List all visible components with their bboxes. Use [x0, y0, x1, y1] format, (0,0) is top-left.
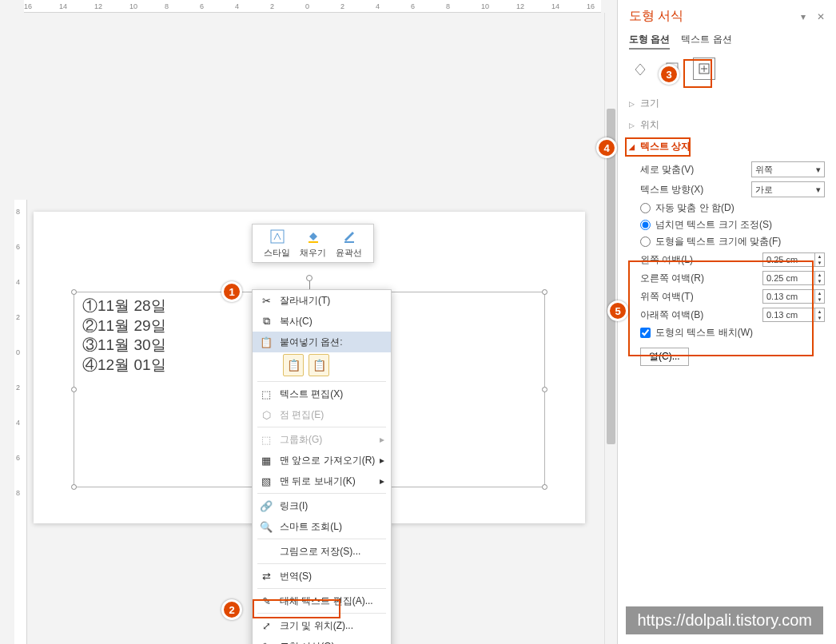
- label-textdir: 텍스트 방향(X): [640, 183, 703, 197]
- columns-button[interactable]: 열(C)...: [640, 348, 689, 366]
- copy-icon: ⧉: [259, 314, 273, 328]
- resize-handle[interactable]: [542, 484, 547, 490]
- fill-line-icon[interactable]: [629, 58, 651, 80]
- ruler-horizontal: 16 14 12 10 8 6 4 2 0 2 4 6 8 10 12 14 1…: [24, 0, 601, 13]
- label-margin-right: 오른쪽 여백(R): [640, 272, 704, 285]
- autofit-none-radio[interactable]: [640, 203, 651, 213]
- menu-paste-options[interactable]: 📋붙여넣기 옵션:: [253, 332, 391, 352]
- pane-close[interactable]: ✕: [817, 11, 825, 22]
- lookup-icon: 🔍: [259, 519, 273, 534]
- autofit-resize-radio[interactable]: [640, 237, 651, 247]
- menu-send-back[interactable]: ▧맨 뒤로 보내기(K)▸: [253, 471, 391, 491]
- label-margin-left: 왼쪽 여백(L): [640, 253, 693, 267]
- outline-icon: [340, 228, 358, 245]
- menu-size-position[interactable]: ⤢크기 및 위치(Z)...: [253, 615, 391, 636]
- label-margin-top: 위쪽 여백(T): [640, 290, 694, 304]
- scrollbar-thumb[interactable]: [607, 109, 615, 444]
- margin-top-input[interactable]: 0.13 cm▲▼: [762, 289, 825, 304]
- menu-edit-text[interactable]: ⬚텍스트 편집(X): [253, 384, 391, 404]
- menu-cut[interactable]: ✂잘라내기(T): [253, 290, 391, 311]
- resize-handle[interactable]: [542, 289, 547, 295]
- style-button[interactable]: 스타일: [264, 228, 290, 259]
- callout-2: 2: [221, 599, 242, 620]
- label-valign: 세로 맞춤(V): [640, 163, 694, 177]
- paste-option-2[interactable]: 📋: [309, 354, 329, 376]
- edit-text-icon: ⬚: [259, 387, 273, 401]
- cut-icon: ✂: [259, 293, 273, 308]
- edit-points-icon: ⬡: [259, 407, 273, 422]
- resize-handle[interactable]: [71, 387, 77, 392]
- size-properties-icon[interactable]: [693, 58, 715, 80]
- watermark: https://dolpali.tistory.com: [626, 606, 823, 634]
- pane-title: 도형 서식 ▾✕: [629, 8, 825, 25]
- section-position[interactable]: ▷위치: [629, 114, 825, 136]
- resize-handle[interactable]: [71, 484, 77, 490]
- fill-button[interactable]: 채우기: [300, 228, 326, 259]
- style-icon: [269, 228, 286, 245]
- format-shape-pane: 도형 서식 ▾✕ 도형 옵션 텍스트 옵션 ▷크기 ▷위치 ◢텍스트 상자 세로…: [617, 0, 836, 644]
- svg-rect-2: [344, 241, 354, 243]
- paste-icon: 📋: [259, 335, 273, 349]
- label-margin-bottom: 아래쪽 여백(B): [640, 308, 703, 322]
- menu-translate[interactable]: ⇄번역(S): [253, 566, 391, 586]
- outline-button[interactable]: 윤곽선: [336, 228, 362, 259]
- resize-handle[interactable]: [542, 387, 547, 392]
- mini-toolbar: 스타일 채우기 윤곽선: [252, 224, 374, 263]
- menu-group: ⬚그룹화(G)▸: [253, 429, 391, 450]
- menu-copy[interactable]: ⧉복사(C): [253, 311, 391, 332]
- valign-select[interactable]: 위쪽▾: [751, 161, 825, 177]
- menu-alt-text[interactable]: ✎대체 텍스트 편집(A)...: [253, 590, 391, 611]
- callout-5: 5: [607, 300, 628, 321]
- callout-1: 1: [221, 281, 242, 302]
- svg-rect-1: [309, 241, 318, 243]
- slide-canvas: 16 14 12 10 8 6 4 2 0 2 4 6 8 10 12 14 1…: [0, 0, 617, 644]
- pane-dropdown[interactable]: ▾: [801, 11, 806, 22]
- resize-handle[interactable]: [71, 289, 77, 295]
- section-textbox[interactable]: ◢텍스트 상자: [629, 136, 825, 157]
- context-menu: ✂잘라내기(T) ⧉복사(C) 📋붙여넣기 옵션: 📋 📋 ⬚텍스트 편집(X)…: [252, 289, 392, 644]
- rotate-handle[interactable]: [306, 275, 313, 281]
- send-back-icon: ▧: [259, 474, 273, 488]
- callout-3: 3: [659, 64, 679, 85]
- margin-bottom-input[interactable]: 0.13 cm▲▼: [762, 308, 825, 322]
- menu-save-as-picture[interactable]: 그림으로 저장(S)...: [253, 541, 391, 562]
- bring-front-icon: ▦: [259, 453, 273, 467]
- tab-text-options[interactable]: 텍스트 옵션: [681, 33, 731, 50]
- menu-format-shape[interactable]: ✎도형 서식(O)...: [253, 636, 391, 644]
- autofit-shrink-radio[interactable]: [640, 220, 651, 230]
- vertical-scrollbar[interactable]: [604, 13, 617, 644]
- textdir-select[interactable]: 가로▾: [751, 181, 825, 197]
- ruler-vertical: 8 6 4 2 0 2 4 6 8: [14, 200, 27, 644]
- size-icon: ⤢: [259, 618, 273, 633]
- alt-text-icon: ✎: [259, 594, 273, 608]
- menu-bring-front[interactable]: ▦맨 앞으로 가져오기(R)▸: [253, 450, 391, 471]
- tab-shape-options[interactable]: 도형 옵션: [629, 33, 670, 50]
- svg-rect-0: [271, 230, 284, 243]
- paste-option-1[interactable]: 📋: [283, 354, 304, 376]
- link-icon: 🔗: [259, 499, 273, 513]
- menu-link[interactable]: 🔗링크(I): [253, 495, 391, 516]
- section-size[interactable]: ▷크기: [629, 93, 825, 114]
- group-icon: ⬚: [259, 432, 273, 447]
- wrap-checkbox[interactable]: [640, 328, 651, 338]
- format-shape-icon: ✎: [259, 639, 273, 644]
- menu-edit-points: ⬡점 편집(E): [253, 404, 391, 425]
- fill-icon: [305, 228, 322, 245]
- menu-smart-lookup[interactable]: 🔍스마트 조회(L): [253, 516, 391, 537]
- margin-left-input[interactable]: 0.25 cm▲▼: [762, 252, 825, 267]
- translate-icon: ⇄: [259, 569, 273, 583]
- callout-4: 4: [596, 137, 617, 158]
- margin-right-input[interactable]: 0.25 cm▲▼: [762, 271, 825, 285]
